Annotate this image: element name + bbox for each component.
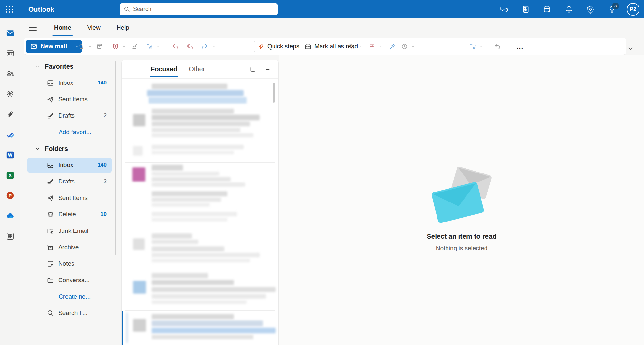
tab-home[interactable]: Home (53, 23, 72, 33)
move-to-button[interactable] (144, 41, 155, 52)
drafts-icon (47, 112, 54, 120)
folder-item-junk-email[interactable]: Junk Email (27, 223, 112, 238)
rail-groups-button[interactable] (0, 84, 20, 104)
filter-button[interactable] (263, 64, 273, 74)
onenote-feed-button[interactable] (519, 2, 533, 16)
rail-todo-button[interactable] (0, 124, 20, 145)
forward-dropdown[interactable] (210, 41, 217, 52)
folder-item-search-folders[interactable]: Search F... (27, 306, 112, 320)
snooze-button[interactable] (399, 41, 410, 52)
search-input[interactable] (133, 6, 274, 13)
active-tab-underline (150, 76, 178, 77)
flag-button[interactable] (366, 41, 377, 52)
email-item-obscured[interactable] (122, 163, 278, 189)
hamburger-menu-button[interactable] (29, 23, 39, 33)
folder-item-deleted-items[interactable]: Delete... 10 (27, 207, 112, 222)
folder-item-inbox[interactable]: Inbox 140 (27, 158, 112, 172)
rail-mail-button[interactable] (0, 23, 20, 43)
chevron-down-icon (627, 45, 634, 52)
email-item-obscured[interactable] (122, 81, 278, 106)
folder-pane-scrollbar[interactable] (115, 61, 116, 255)
collapse-toolbar-button[interactable] (627, 45, 634, 54)
search-box[interactable] (120, 3, 278, 15)
todo-icon (6, 130, 15, 139)
delete-button[interactable] (76, 41, 87, 52)
tab-view[interactable]: View (87, 23, 101, 33)
email-item-obscured[interactable] (122, 142, 278, 162)
folder-item-conversation-history[interactable]: Conversa... (27, 273, 112, 288)
tab-focused[interactable]: Focused (151, 65, 177, 73)
folder-item-drafts[interactable]: Drafts 2 (27, 174, 112, 189)
chevron-down-icon (35, 64, 40, 69)
toolbar-divider (250, 42, 250, 51)
favorites-section-header[interactable]: Favorites (27, 59, 120, 74)
rail-powerpoint-button[interactable]: P (0, 185, 20, 206)
move-to-dropdown[interactable] (155, 41, 161, 52)
categorize-button[interactable] (346, 41, 357, 52)
tips-button[interactable]: 3 (605, 2, 619, 16)
rail-word-button[interactable]: W (0, 145, 20, 165)
report-button[interactable] (110, 41, 121, 52)
reply-button[interactable] (170, 41, 181, 52)
notifications-button[interactable] (562, 2, 576, 16)
mark-read-envelope-icon (304, 43, 312, 50)
my-day-icon (543, 5, 552, 14)
folder-item-favorites-sent-items[interactable]: Sent Items (27, 92, 112, 107)
delete-dropdown[interactable] (87, 41, 93, 52)
message-list-scrollbar[interactable] (273, 83, 275, 103)
chevron-down-icon (35, 146, 40, 151)
new-mail-button[interactable]: New mail (26, 40, 82, 53)
more-options-button[interactable]: ... (513, 41, 527, 52)
folder-item-favorites-drafts[interactable]: Drafts 2 (27, 108, 112, 123)
rail-people-button[interactable] (0, 64, 20, 84)
active-tab-underline (52, 34, 73, 36)
folder-icon (47, 277, 54, 284)
rules-dropdown[interactable] (478, 41, 485, 52)
email-item-selected-obscured[interactable] (122, 311, 278, 345)
move-to-folder-icon (146, 43, 153, 50)
delete-icon (78, 43, 85, 50)
rail-files-button[interactable] (0, 104, 20, 124)
folder-item-archive[interactable]: Archive (27, 240, 112, 255)
account-avatar[interactable]: P2 (627, 3, 639, 16)
forward-button[interactable] (199, 41, 210, 52)
email-item-obscured[interactable] (122, 106, 278, 142)
email-item-obscured[interactable] (122, 209, 278, 230)
reply-all-button[interactable] (184, 41, 195, 52)
create-new-folder-link[interactable]: Create ne... (27, 289, 112, 304)
tab-help[interactable]: Help (116, 23, 130, 33)
folder-item-notes[interactable]: Notes (27, 256, 112, 271)
categorize-dropdown[interactable] (357, 41, 364, 52)
folders-section-header[interactable]: Folders (27, 141, 120, 156)
report-dropdown[interactable] (121, 41, 127, 52)
app-launcher-button[interactable] (0, 0, 19, 18)
rail-excel-button[interactable]: X (0, 165, 20, 185)
more-options-dots: ... (517, 43, 524, 50)
add-favorite-link[interactable]: Add favori... (27, 125, 112, 140)
select-messages-button[interactable] (248, 64, 258, 74)
folder-item-favorites-inbox[interactable]: Inbox 140 (27, 75, 112, 90)
selection-indicator (122, 311, 123, 345)
svg-text:X: X (9, 173, 12, 178)
sweep-button[interactable] (129, 41, 140, 52)
archive-button[interactable] (94, 41, 105, 52)
email-item-obscured[interactable] (122, 189, 278, 209)
message-list-tab-bar: Focused Other (122, 60, 278, 79)
tab-other[interactable]: Other (189, 65, 205, 73)
email-item-obscured[interactable] (122, 230, 278, 271)
rules-button[interactable] (467, 41, 478, 52)
pin-button[interactable] (387, 41, 398, 52)
undo-button[interactable] (492, 41, 503, 52)
email-item-obscured[interactable] (122, 271, 278, 310)
rail-more-apps-button[interactable] (0, 226, 20, 246)
flag-dropdown[interactable] (377, 41, 384, 52)
chat-button[interactable] (497, 2, 511, 16)
rail-onedrive-button[interactable] (0, 206, 20, 226)
settings-button[interactable] (583, 2, 598, 16)
rail-calendar-button[interactable] (0, 43, 20, 64)
report-shield-icon (112, 43, 119, 50)
onedrive-icon (5, 211, 15, 221)
snooze-dropdown[interactable] (410, 41, 416, 52)
my-day-button[interactable] (540, 2, 554, 16)
folder-item-sent-items[interactable]: Sent Items (27, 191, 112, 205)
